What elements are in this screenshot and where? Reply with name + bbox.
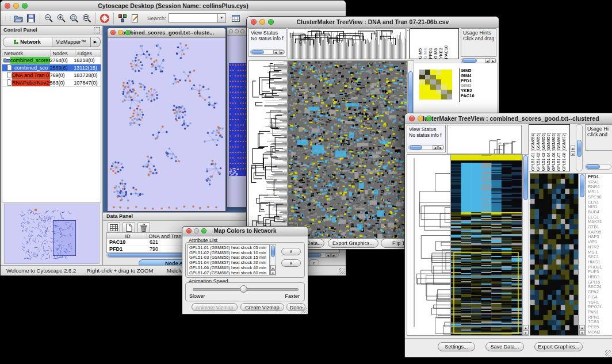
attribute-table-icon[interactable] [230, 12, 242, 25]
zoom-selected-icon[interactable] [68, 12, 81, 25]
overview-viewport-rect[interactable] [53, 220, 76, 256]
close-icon[interactable] [409, 116, 415, 121]
scroll-left-icon[interactable]: ◀ [326, 253, 331, 257]
usage-hints-hscrollbar[interactable] [585, 164, 611, 170]
close-icon[interactable] [5, 3, 10, 9]
column-label[interactable]: GPL51-04 (GSM857) [546, 133, 551, 171]
attribute-list-item[interactable]: GPL51-07 (GSM868) heat shock 60 min [189, 271, 269, 275]
scroll-up-icon[interactable]: ▲ [579, 325, 585, 329]
gene-label[interactable]: PEP5 [588, 325, 612, 330]
treeview1-titlebar[interactable]: ClusterMaker TreeView : DNA and Tran 07-… [247, 17, 499, 28]
attribute-list[interactable]: GPL51-01 (GSM854) heat shock 05 minGPL51… [188, 244, 270, 275]
heatmap-cell[interactable] [425, 90, 431, 95]
minimize-icon[interactable] [235, 29, 239, 33]
view-status-hscrollbar[interactable]: ◀ ▶ [250, 49, 285, 55]
heatmap-cell[interactable] [419, 90, 425, 95]
close-icon[interactable] [186, 228, 192, 233]
gene-label[interactable]: CPA2 [588, 290, 612, 295]
scroll-right-icon[interactable]: ▶ [331, 253, 336, 257]
gene-label[interactable]: RPO21 [588, 305, 612, 310]
attribute-list-vscrollbar[interactable]: ▲ ▼ [270, 244, 276, 275]
column-label[interactable]: YKE2 [438, 45, 443, 59]
heatmap-cell[interactable] [441, 90, 447, 95]
gene-label[interactable]: MON2 [588, 330, 612, 335]
labels-vscrollbar[interactable] [576, 124, 583, 171]
export-graphics-button[interactable]: Export Graphics... [534, 342, 583, 351]
slider-thumb[interactable] [240, 285, 247, 293]
network-view-titlebar[interactable]: combined_scores_good.txt--cluste... [108, 28, 225, 38]
labels-scroll-down-icon[interactable]: ▼ [571, 151, 575, 156]
heatmap-cell[interactable] [447, 70, 453, 75]
scroll-up-icon[interactable]: ▲ [523, 325, 529, 329]
column-label[interactable]: GPL51-01 (GSM854) [530, 133, 536, 171]
close-icon[interactable] [110, 30, 116, 35]
column-label[interactable]: GPL51-03 (GSM856) [541, 133, 546, 171]
heatmap-cell[interactable] [441, 70, 447, 75]
gene-label[interactable]: KAP95 [588, 230, 612, 235]
heatmap-cell[interactable] [430, 79, 436, 85]
gene-label[interactable]: FIG4 [588, 295, 612, 300]
float-panel-icon[interactable] [94, 27, 100, 33]
treeview2-column-labels[interactable]: GPL51-01 (GSM854)GPL51-02 (GSM855)GPL51-… [529, 124, 570, 171]
scroll-right-icon[interactable]: ▶ [279, 50, 284, 54]
settings-button[interactable]: Settings... [438, 342, 475, 351]
zoom-window-icon[interactable] [240, 29, 244, 33]
column-label[interactable]: PAC10 [443, 45, 449, 59]
network-view-window[interactable]: combined_scores_good.txt--cluste... [107, 28, 226, 212]
gene-label[interactable]: CLN1 [588, 200, 612, 205]
zoom-window-icon[interactable] [268, 19, 274, 25]
dialog-titlebar[interactable]: Map Colors to Network [182, 227, 308, 236]
close-icon[interactable] [229, 29, 233, 33]
column-label[interactable]: GPL51-07 (GSM868) [556, 133, 561, 171]
gene-label[interactable]: ELG1 [588, 215, 612, 220]
save-data-button[interactable]: Save Data... [485, 342, 524, 351]
scrollbar-thumb[interactable] [580, 174, 584, 197]
help-ring-icon[interactable] [98, 12, 111, 25]
treeview2-vscrollbar[interactable]: ▲ ▼ [522, 154, 529, 336]
move-up-button[interactable]: ∧ [281, 248, 301, 255]
window-resize-grip[interactable] [339, 268, 345, 274]
heatmap-cell[interactable] [436, 90, 442, 95]
overview-canvas[interactable] [5, 204, 98, 262]
minimize-icon[interactable] [259, 19, 265, 25]
create-vizmap-button[interactable]: Create Vizmap [240, 303, 284, 311]
heatmap-cell[interactable] [430, 75, 436, 80]
scroll-up-icon[interactable]: ▲ [270, 265, 276, 270]
scrollbar-thumb[interactable] [462, 59, 477, 63]
heatmap-cell[interactable] [419, 70, 425, 75]
treeview1-row-labels[interactable]: GIM5GIM4PFD1GIM3YKE2PAC10 [459, 68, 499, 102]
network-table-header[interactable]: Network Nodes Edges [2, 50, 101, 57]
heatmap-cell[interactable] [447, 79, 453, 85]
heatmap-cell[interactable] [425, 85, 431, 90]
scroll-down-icon[interactable]: ▼ [270, 270, 276, 275]
heatmap-cell[interactable] [441, 75, 447, 80]
zoom-window-icon[interactable] [201, 228, 206, 233]
gene-label[interactable]: NTR2 [588, 245, 612, 250]
main-title-bar[interactable]: Cytoscape Desktop (Session Name: collins… [1, 1, 346, 12]
heatmap-cell[interactable] [441, 79, 447, 85]
scrollbar-thumb[interactable] [271, 246, 275, 257]
usage-hints-hscrollbar[interactable]: ◀ ▶ [461, 58, 496, 63]
gene-label[interactable]: MSL1 [588, 190, 612, 195]
gene-label[interactable]: HAP3 [588, 235, 612, 240]
gene-label[interactable]: SEC1 [588, 255, 612, 260]
minimize-icon[interactable] [13, 3, 19, 9]
scroll-down-icon[interactable]: ▼ [523, 330, 529, 335]
gene-label[interactable]: TCB3 [588, 320, 612, 325]
heatmap-cell[interactable] [436, 94, 442, 99]
row-label[interactable]: PAC10 [461, 94, 499, 99]
heatmap-cell[interactable] [419, 79, 425, 85]
zoom-in-icon[interactable] [55, 12, 68, 25]
move-down-button[interactable]: ∨ [281, 259, 301, 267]
scroll-right-icon[interactable]: ▶ [438, 145, 443, 150]
search-input[interactable] [169, 13, 218, 23]
heatmap-cell[interactable] [419, 75, 425, 80]
heatmap-cell[interactable] [441, 94, 447, 99]
column-label[interactable]: GPL51-08 (GSM872) [561, 133, 567, 171]
scrollbar-thumb[interactable] [586, 164, 600, 169]
gene-label[interactable]: NIS1 [588, 205, 612, 210]
tab-vizmapper[interactable]: VizMapper™ [52, 37, 91, 47]
scroll-left-icon[interactable]: ◀ [433, 145, 438, 150]
animate-vizmap-button[interactable]: Animate Vizmap [192, 303, 238, 311]
network-table-row[interactable]: combined_sco2569(6)13112(15) [2, 64, 101, 72]
